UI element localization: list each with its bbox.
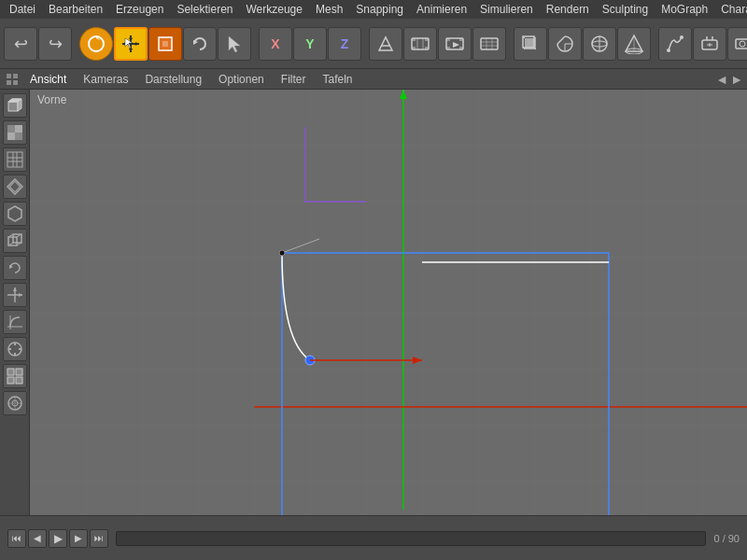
menu-simulieren[interactable]: Simulieren [474, 2, 539, 17]
y-axis-button[interactable]: Y [293, 27, 327, 61]
svg-rect-95 [16, 377, 22, 384]
svg-marker-73 [8, 206, 21, 221]
menu-sculpting[interactable]: Sculpting [597, 2, 654, 17]
menu-rendern[interactable]: Rendern [541, 2, 595, 17]
menu-selektieren[interactable]: Selektieren [171, 2, 238, 17]
timeline: ⏮ ◀ ▶ ▶ ⏭ 0 / 90 [0, 515, 747, 560]
svg-rect-28 [481, 38, 498, 49]
fx2-button[interactable] [693, 27, 726, 61]
svg-line-126 [282, 239, 319, 253]
shape1-button[interactable] [514, 27, 547, 61]
undo-button[interactable]: ↩ [4, 27, 37, 61]
expand-right-icon[interactable]: ► [730, 72, 743, 87]
shape2-button[interactable] [548, 27, 582, 61]
menu-bearbeiten[interactable]: Bearbeiten [43, 2, 108, 17]
render3-button[interactable] [472, 27, 506, 61]
svg-point-128 [305, 356, 315, 365]
step-back-button[interactable]: ◀ [28, 529, 47, 548]
svg-marker-130 [413, 357, 422, 364]
menu-animieren[interactable]: Animieren [411, 2, 472, 17]
svg-marker-4 [129, 35, 133, 39]
menu-werkzeuge[interactable]: Werkzeuge [240, 2, 307, 17]
play-button[interactable]: ▶ [49, 529, 67, 548]
select-tool-button[interactable] [79, 27, 113, 61]
tab-kameras[interactable]: Kameras [76, 71, 135, 88]
menu-datei[interactable]: Datei [4, 2, 41, 17]
sidebar-box3d-button[interactable] [3, 229, 27, 253]
pointer-tool-button[interactable] [218, 27, 251, 61]
viewport[interactable]: Vorne [30, 90, 747, 560]
z-axis-button[interactable]: Z [328, 27, 361, 61]
redo-button[interactable]: ↪ [38, 27, 72, 61]
svg-rect-66 [7, 152, 22, 167]
shape4-button[interactable] [617, 27, 651, 61]
svg-rect-63 [15, 125, 22, 133]
sidebar-diamond-button[interactable] [3, 175, 27, 199]
sidebar-rotate-button[interactable] [3, 256, 27, 280]
svg-marker-121 [400, 90, 407, 99]
menu-erzeugen[interactable]: Erzeugen [110, 2, 169, 17]
sidebar-circle-button[interactable] [3, 391, 27, 415]
svg-rect-56 [13, 74, 18, 78]
tab-ansicht[interactable]: Ansicht [22, 71, 74, 88]
svg-rect-93 [16, 369, 22, 375]
step-forward-button[interactable]: ▶ [69, 529, 88, 548]
menu-snapping[interactable]: Snapping [350, 2, 409, 17]
svg-marker-83 [13, 287, 17, 291]
timeline-track[interactable] [116, 531, 706, 546]
sidebar-hex-button[interactable] [3, 202, 27, 226]
svg-marker-12 [229, 36, 240, 52]
svg-rect-19 [425, 47, 429, 49]
go-start-button[interactable]: ⏮ [7, 529, 26, 548]
viewport-label: Vorne [37, 93, 66, 106]
tab-filter[interactable]: Filter [274, 71, 314, 88]
menu-charakt[interactable]: Charakt [715, 2, 747, 17]
coordinate-button[interactable] [369, 27, 402, 61]
sidebar-magnet-button[interactable] [3, 337, 27, 361]
svg-rect-125 [282, 253, 609, 560]
menu-mesh[interactable]: Mesh [310, 2, 348, 17]
svg-rect-18 [425, 38, 429, 41]
svg-marker-13 [379, 37, 392, 50]
grid [30, 90, 747, 560]
svg-rect-94 [7, 377, 14, 384]
go-end-button[interactable]: ⏭ [90, 529, 108, 548]
left-sidebar [0, 90, 30, 560]
expand-left-icon[interactable]: ◄ [715, 72, 728, 87]
sidebar-checker-button[interactable] [3, 120, 27, 145]
sidebar-curve-button[interactable] [3, 310, 27, 334]
sidebar-grid2-button[interactable] [3, 364, 27, 388]
svg-rect-57 [7, 80, 11, 85]
svg-rect-55 [7, 74, 11, 78]
view-tabs-bar: Ansicht Kameras Darstellung Optionen Fil… [0, 69, 747, 90]
render2-button[interactable] [438, 27, 472, 61]
svg-rect-59 [8, 102, 18, 111]
sidebar-cube-button[interactable] [3, 93, 27, 118]
svg-rect-20 [416, 38, 418, 49]
svg-rect-26 [459, 47, 463, 49]
svg-rect-10 [162, 41, 168, 47]
tab-darstellung[interactable]: Darstellung [137, 71, 209, 88]
x-axis-button[interactable]: X [259, 27, 292, 61]
svg-rect-58 [13, 80, 18, 85]
tab-optionen[interactable]: Optionen [211, 71, 272, 88]
svg-rect-64 [7, 133, 15, 140]
toolbar: ↩ ↪ [0, 19, 747, 69]
move-tool-button[interactable] [114, 27, 148, 61]
svg-point-46 [680, 35, 684, 39]
svg-point-0 [89, 36, 104, 51]
tab-tafeln[interactable]: Tafeln [315, 71, 359, 88]
shape3-button[interactable] [583, 27, 616, 61]
scale-tool-button[interactable] [148, 27, 182, 61]
rotate-tool-button[interactable] [183, 27, 217, 61]
svg-marker-84 [19, 293, 22, 297]
camera-button[interactable] [727, 27, 747, 61]
svg-rect-62 [7, 125, 15, 133]
fx1-button[interactable] [658, 27, 692, 61]
sidebar-grid-button[interactable] [3, 147, 27, 172]
sidebar-arrow-button[interactable] [3, 283, 27, 307]
svg-point-127 [279, 250, 285, 256]
menu-mograph[interactable]: MoGraph [655, 2, 713, 17]
svg-rect-24 [446, 47, 450, 49]
render1-button[interactable] [403, 27, 437, 61]
